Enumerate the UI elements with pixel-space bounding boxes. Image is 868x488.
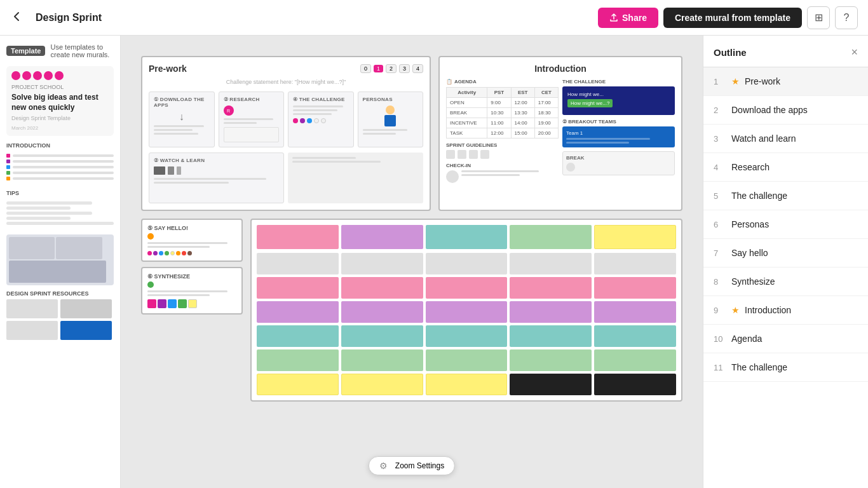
card-download-apps: ① DOWNLOAD THE APPS ↓ [149,92,215,147]
tip-line [6,212,92,215]
stickies-headers [257,225,676,249]
card-the-challenge: ④ THE CHALLENGE [288,92,354,147]
card-title: ② WATCH & LEARN [154,158,279,163]
outline-item-challenge1[interactable]: 5 The challenge [703,182,868,210]
outline-item-watch[interactable]: 3 Watch and learn [703,125,868,153]
card-title: ② RESEARCH [224,97,280,102]
thumb-section-intro: INTRODUCTION [6,142,114,149]
outline-item-challenge2[interactable]: 11 The challenge [703,353,868,382]
say-hello-label-card: ⑤ SAY HELLO! [141,219,243,262]
guideline-icon [458,150,466,159]
card-title: ④ THE CHALLENGE [293,97,349,102]
stickies-canvas [250,219,682,402]
persona-body [384,115,396,126]
thumb-section-resources: DESIGN SPRINT RESOURCES [6,290,114,297]
outline-num: 4 [714,163,726,172]
outline-item-personas[interactable]: 6 Personas [703,210,868,239]
color-square [147,299,156,308]
checkin-line [461,170,539,172]
card-line [154,182,229,184]
guideline-icon [446,150,455,159]
back-button[interactable] [10,10,23,26]
main-layout: Template Use templates to create new mur… [0,36,868,488]
card-line [224,122,257,124]
outline-item-label: The challenge [731,362,787,372]
outline-item-label: Agenda [731,334,762,344]
sticky-green [257,349,339,371]
color-dot [182,251,186,255]
color-dots-row-2 [147,299,236,308]
prework-title: Pre-work [149,64,187,74]
stickies-row-1 [257,253,676,274]
zoom-settings-label[interactable]: Zoom Settings [395,461,444,470]
sticky-pink [426,277,508,299]
team-line [566,142,629,144]
hello-icon [147,233,154,240]
prework-frame: Pre-work 0 1 2 3 4 Challenge statement h… [141,56,431,211]
outline-num: 5 [714,191,726,201]
sticky-pink [510,277,592,299]
card-line [293,113,332,115]
thumbnail-card-1[interactable]: PROJECT SCHOOL Solve big ideas and test … [6,66,114,136]
card-line [293,105,343,107]
color-square [158,299,166,308]
sticky-dark [510,374,592,395]
outline-item-synthesize[interactable]: 8 Synthesize [703,268,868,296]
canvas-area[interactable]: Pre-work 0 1 2 3 4 Challenge statement h… [121,36,703,488]
card-personas: PERSONAS [358,92,424,147]
sticky-purple [341,301,423,323]
device-icons [154,166,279,175]
outline-item-agenda[interactable]: 10 Agenda [703,325,868,353]
nav-indicators: 0 1 2 3 4 [360,64,423,73]
team-label: Team 1 [566,130,671,136]
star-icon: ★ [731,76,740,86]
sticky-purple [257,301,339,323]
outline-item-introduction[interactable]: 9 ★ Introduction [703,296,868,325]
outline-item-label: Download the apps [731,105,808,115]
main-canvas: Pre-work 0 1 2 3 4 Challenge statement h… [141,56,682,402]
table-row: Activity PST EST CET [447,88,559,98]
agenda-line [13,172,114,174]
card-line [292,157,356,159]
grid-view-button[interactable]: ⊞ [807,6,830,29]
section-labels: ⑤ SAY HELLO! [141,219,243,402]
checkin-header: CHECK-IN [446,163,559,168]
canvas-scroll: Pre-work 0 1 2 3 4 Challenge statement h… [131,46,693,478]
breakout-box: Team 1 [562,126,675,147]
agenda-line [13,154,114,157]
agenda-line [13,160,114,163]
outline-item-prework[interactable]: 1 ★ Pre-work [703,67,868,96]
intro-grid: 📋 AGENDA Activity PST EST CET [446,79,675,183]
sticky-grey [257,253,339,274]
create-mural-button[interactable]: Create mural from template [663,8,802,28]
outline-item-say-hello[interactable]: 7 Say hello [703,239,868,268]
canvas-thumbnail[interactable] [6,234,114,285]
help-button[interactable]: ? [835,6,858,29]
sticky-purple [426,301,508,323]
share-button[interactable]: Share [598,8,658,28]
help-icon: ? [844,12,850,24]
card-line [224,118,274,120]
thumb-section-tips: TIPS [6,190,114,196]
outline-item-download[interactable]: 2 Download the apps [703,96,868,125]
topbar: Design Sprint Share Create mural from te… [0,0,868,36]
agenda-line [13,166,114,168]
card-research: ② RESEARCH R [219,92,285,147]
outline-close-button[interactable]: × [851,46,858,59]
team-line [566,138,650,140]
sticky-purple [594,301,676,323]
outline-item-label: Say hello [731,248,768,258]
logo-dot [44,71,53,80]
guideline-icon [469,150,478,159]
card-title: PERSONAS [363,97,419,102]
outline-item-label: Synthesize [731,276,775,287]
tip-line [6,217,71,220]
nav-indicator-3: 3 [399,64,410,73]
sticky-green [594,349,676,371]
right-outline-panel: Outline × 1 ★ Pre-work 2 Download the ap… [703,36,868,488]
agenda-table: Activity PST EST CET OPEN 9:00 12:00 [446,87,559,139]
stickies-row-2 [257,277,676,299]
outline-item-research[interactable]: 4 Research [703,153,868,182]
download-icon: ↓ [154,111,210,123]
persona-head [386,105,395,114]
